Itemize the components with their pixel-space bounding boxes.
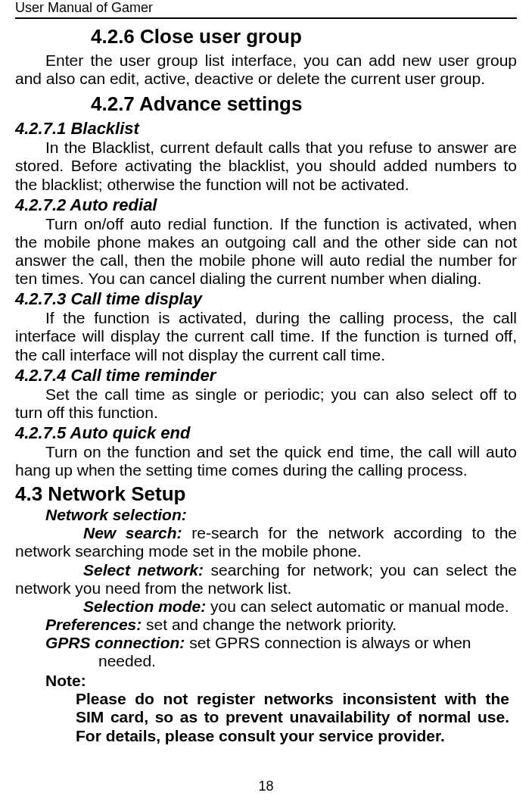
preferences-line: Preferences: set and change the network …: [15, 616, 517, 634]
heading-4-2-7-2: 4.2.7.2 Auto redial: [15, 195, 517, 215]
body-4-2-7-1: In the Blacklist, current default calls …: [15, 139, 517, 193]
heading-4-2-7-3: 4.2.7.3 Call time display: [15, 289, 517, 309]
selection-mode-lead: Selection mode:: [83, 598, 210, 615]
selection-mode-body: you can select automatic or manual mode.: [210, 598, 509, 615]
body-4-2-6: Enter the user group list interface, you…: [15, 51, 517, 88]
select-network-line: Select network: searching for network; y…: [15, 561, 517, 598]
new-search-lead: New search:: [83, 524, 191, 541]
document-page: User Manual of Gamer 4.2.6 Close user gr…: [0, 0, 532, 805]
note-body: Please do not register networks inconsis…: [76, 690, 509, 744]
new-search-line: New search: re-search for the network ac…: [15, 524, 517, 560]
heading-4-2-7: 4.2.7 Advance settings: [91, 92, 517, 116]
gprs-body-1: set GPRS connection is always or when: [189, 634, 471, 651]
heading-4-2-7-5: 4.2.7.5 Auto quick end: [15, 423, 517, 443]
network-selection-label: Network selection:: [45, 506, 517, 524]
heading-4-2-6: 4.2.6 Close user group: [91, 25, 517, 48]
heading-4-2-7-1: 4.2.7.1 Blacklist: [15, 119, 517, 139]
gprs-line: GPRS connection: set GPRS connection is …: [15, 634, 517, 652]
selection-mode-line: Selection mode: you can select automatic…: [15, 598, 517, 616]
page-header: User Manual of Gamer: [15, 0, 517, 19]
heading-4-2-7-4: 4.2.7.4 Call time reminder: [15, 366, 517, 385]
gprs-body-2: needed.: [98, 652, 517, 670]
preferences-lead: Preferences:: [45, 616, 146, 633]
body-4-2-7-3: If the function is activated, during the…: [15, 309, 517, 363]
select-network-lead: Select network:: [83, 561, 211, 579]
heading-4-3: 4.3 Network Setup: [15, 482, 517, 506]
body-4-2-7-5: Turn on the function and set the quick e…: [15, 443, 517, 479]
note-label: Note:: [45, 672, 517, 690]
preferences-body: set and change the network priority.: [146, 616, 397, 633]
header-title: User Manual of Gamer: [15, 0, 153, 16]
gprs-lead: GPRS connection:: [45, 634, 189, 651]
body-4-2-7-2: Turn on/off auto redial function. If the…: [15, 215, 517, 289]
page-number: 18: [0, 778, 532, 794]
body-4-2-7-4: Set the call time as single or periodic;…: [15, 385, 517, 422]
